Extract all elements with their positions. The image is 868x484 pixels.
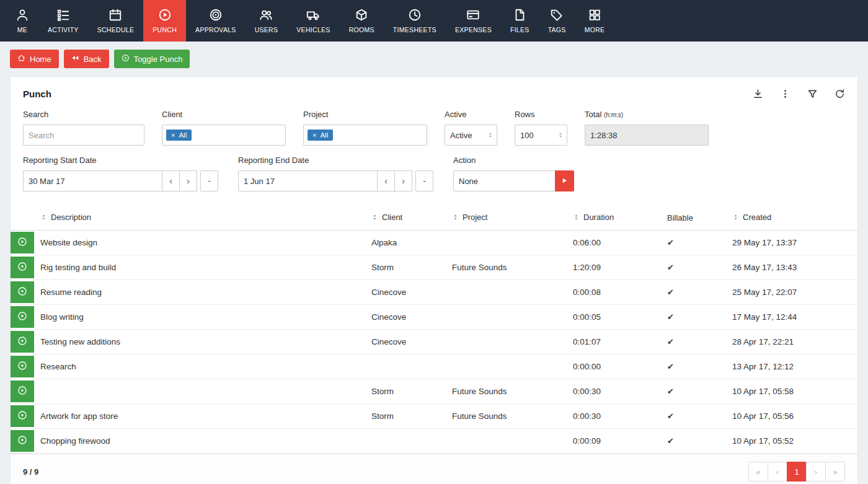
start-date-group: ‹ › - (23, 170, 218, 191)
cell-description: Chopping firewood (35, 429, 366, 454)
client-multiselect[interactable]: × All (162, 125, 286, 146)
spinner-icon (557, 132, 564, 138)
punch-play-button[interactable] (11, 381, 34, 402)
check-icon: ✔ (667, 238, 674, 247)
next-page-button[interactable]: › (806, 462, 826, 482)
search-filter: Search (23, 110, 144, 146)
end-date-next-button[interactable]: › (394, 170, 412, 191)
nav-item-rooms[interactable]: ROOMS (340, 0, 384, 42)
play-circle-icon (17, 410, 27, 422)
search-input[interactable] (23, 125, 144, 146)
cell-client: Alpaka (366, 231, 447, 255)
start-date-input[interactable] (23, 170, 162, 191)
column-header-project[interactable]: Project (447, 205, 568, 231)
nav-item-timesheets[interactable]: TIMESHEETS (384, 0, 446, 42)
punch-play-button[interactable] (11, 281, 34, 303)
nav-item-tags[interactable]: TAGS (539, 0, 575, 42)
punch-play-button[interactable] (11, 257, 34, 278)
check-icon: ✔ (667, 362, 674, 371)
cell-client: Storm (366, 255, 447, 280)
end-date-clear-button[interactable]: - (415, 170, 433, 191)
page-button-1[interactable]: 1 (787, 462, 807, 482)
cell-billable: ✔ (662, 379, 727, 404)
nav-item-users[interactable]: USERS (246, 0, 288, 42)
cell-created: 10 Apr 17, 05:58 (727, 379, 857, 404)
start-date-clear-button[interactable]: - (200, 170, 218, 191)
column-label: Project (463, 213, 487, 222)
nav-item-expenses[interactable]: EXPENSES (446, 0, 501, 42)
punch-play-button[interactable] (11, 356, 34, 377)
home-button-label: Home (30, 55, 51, 64)
check-icon: ✔ (667, 337, 674, 346)
cell-client: Cinecove (366, 280, 447, 305)
rows-select[interactable]: 100 (515, 125, 567, 146)
punch-play-button[interactable] (11, 306, 34, 328)
check-icon: ✔ (667, 263, 674, 272)
refresh-button[interactable] (835, 89, 845, 99)
row-action-column-header (11, 205, 35, 231)
project-multiselect[interactable]: × All (303, 125, 427, 146)
card-header: Punch (11, 77, 857, 108)
cell-billable: ✔ (662, 354, 727, 379)
column-header-billable[interactable]: Billable (662, 205, 727, 231)
first-page-button[interactable]: « (748, 462, 768, 482)
project-filter: Project × All (303, 110, 427, 146)
column-header-duration[interactable]: Duration (568, 205, 662, 231)
home-button[interactable]: Home (10, 50, 59, 68)
punch-play-button[interactable] (11, 232, 34, 253)
punch-play-button[interactable] (11, 430, 34, 452)
column-header-description[interactable]: Description (35, 205, 366, 231)
end-date-group: ‹ › - (238, 170, 433, 191)
activity-icon (56, 8, 70, 22)
cell-created: 10 Apr 17, 05:56 (727, 404, 857, 429)
nav-item-label: MORE (585, 26, 605, 33)
table-row: Chopping firewood0:00:09✔10 Apr 17, 05:5… (11, 429, 857, 454)
nav-item-punch[interactable]: PUNCH (143, 0, 186, 42)
column-header-created[interactable]: Created (727, 205, 857, 231)
nav-item-more[interactable]: MORE (575, 0, 614, 42)
filter-button[interactable] (807, 89, 818, 99)
run-action-button[interactable] (555, 170, 574, 191)
punch-play-button[interactable] (11, 331, 34, 353)
nav-item-files[interactable]: FILES (501, 0, 539, 42)
toggle-punch-button[interactable]: Toggle Punch (114, 50, 190, 68)
cell-duration: 0:00:30 (568, 379, 662, 404)
active-select[interactable]: Active (445, 125, 497, 146)
check-icon: ✔ (667, 312, 674, 322)
cell-duration: 0:00:30 (568, 404, 662, 429)
nav-item-label: TAGS (548, 26, 566, 33)
nav-item-approvals[interactable]: APPROVALS (186, 0, 246, 42)
column-header-client[interactable]: Client (366, 205, 447, 231)
cell-project (447, 354, 568, 379)
download-button[interactable] (753, 89, 763, 99)
clock-icon (408, 8, 422, 22)
back-button[interactable]: Back (64, 50, 109, 68)
cell-description: Rig testing and build (35, 255, 366, 280)
start-date-prev-button[interactable]: ‹ (162, 170, 180, 191)
kebab-icon (780, 89, 790, 99)
search-label: Search (23, 110, 144, 119)
column-label: Duration (583, 213, 614, 222)
nav-item-schedule[interactable]: SCHEDULE (88, 0, 144, 42)
kebab-button[interactable] (780, 89, 790, 99)
check-icon: ✔ (667, 288, 674, 297)
start-date-filter: Reporting Start Date ‹ › - (23, 156, 218, 191)
nav-item-label: ME (17, 26, 27, 33)
punch-play-button[interactable] (11, 405, 34, 427)
remove-tag-icon[interactable]: × (171, 132, 175, 139)
nav-item-me[interactable]: ME (6, 0, 38, 42)
nav-item-vehicles[interactable]: VEHICLES (287, 0, 339, 42)
cell-billable: ✔ (662, 280, 727, 305)
remove-tag-icon[interactable]: × (312, 132, 316, 139)
previous-page-button[interactable]: ‹ (768, 462, 787, 482)
play-circle-icon (17, 361, 27, 372)
cell-project: Future Sounds (447, 404, 568, 429)
sort-icon (452, 213, 459, 222)
nav-item-activity[interactable]: ACTIVITY (38, 0, 88, 42)
end-date-input[interactable] (238, 170, 378, 191)
last-page-button[interactable]: » (825, 462, 845, 482)
action-select[interactable]: None (453, 170, 556, 191)
project-tag-label: All (320, 131, 328, 139)
start-date-next-button[interactable]: › (179, 170, 197, 191)
end-date-prev-button[interactable]: ‹ (377, 170, 395, 191)
